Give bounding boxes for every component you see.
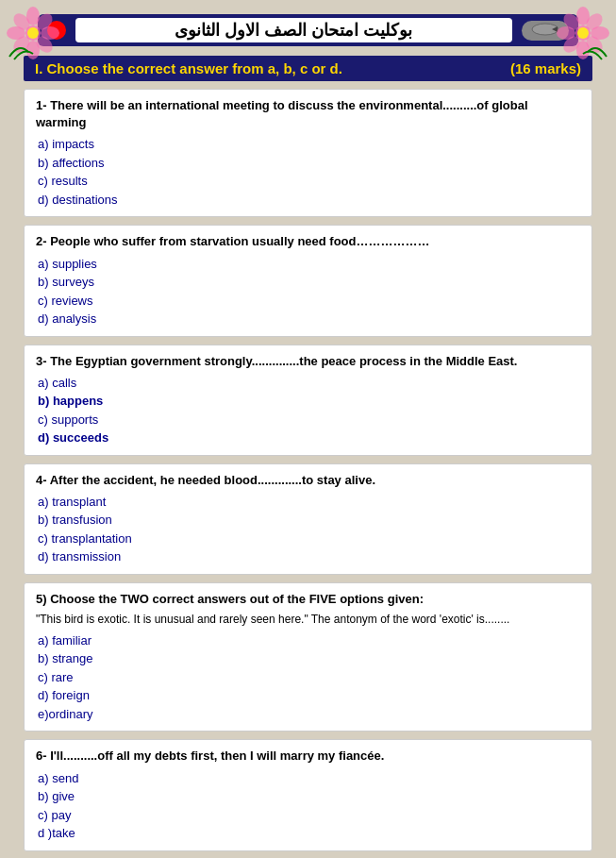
- question-1-text: 1- There will be an international meetin…: [36, 97, 580, 131]
- svg-point-19: [577, 27, 589, 39]
- question-5: 5) Choose the TWO correct answers out of…: [24, 582, 592, 732]
- question-3-option-a: a) calls: [36, 374, 580, 393]
- question-4: 4- After the accident, he needed blood..…: [24, 463, 592, 575]
- header-title: بوكليت امتحان الصف الاول الثانوى: [75, 18, 512, 42]
- question-4-option-d: d) transmission: [36, 547, 580, 566]
- header-bar: بوكليت امتحان الصف الاول الثانوى: [38, 14, 578, 46]
- question-5-subtext: "This bird is exotic. It is unusual and …: [36, 612, 580, 628]
- question-2-option-b: b) surveys: [36, 273, 580, 292]
- question-6-text: 6- I'll..........off all my debts first,…: [36, 748, 580, 765]
- section-label: I. Choose the correct answer from a, b, …: [35, 60, 342, 76]
- question-5-option-b: b) strange: [36, 649, 580, 668]
- question-3-option-b: b) happens: [36, 392, 580, 411]
- question-2-option-d: d) analysis: [36, 310, 580, 328]
- question-2: 2- People who suffer from starvation usu…: [24, 225, 592, 336]
- question-2-option-c: c) reviews: [36, 292, 580, 311]
- question-4-option-a: a) transplant: [36, 493, 580, 512]
- question-3: 3- The Egyptian government strongly.....…: [24, 345, 592, 456]
- section-marks: (16 marks): [510, 60, 581, 76]
- question-1-option-a: a) impacts: [36, 135, 580, 154]
- question-3-text: 3- The Egyptian government strongly.....…: [36, 353, 580, 370]
- question-2-text: 2- People who suffer from starvation usu…: [36, 233, 580, 250]
- question-6: 6- I'll..........off all my debts first,…: [24, 739, 592, 850]
- question-4-option-c: c) transplantation: [36, 530, 580, 548]
- question-3-option-c: c) supports: [36, 411, 580, 429]
- question-4-text: 4- After the accident, he needed blood..…: [36, 472, 580, 489]
- question-6-option-c: c) pay: [36, 806, 580, 825]
- question-5-option-c: c) rare: [36, 668, 580, 687]
- question-6-option-b: b) give: [36, 787, 580, 806]
- question-3-option-d: d) succeeds: [36, 429, 580, 447]
- question-1-option-b: b) affections: [36, 154, 580, 173]
- question-6-option-d: d )take: [36, 824, 580, 843]
- question-2-option-a: a) supplies: [36, 255, 580, 274]
- question-5-option-a: a) familiar: [36, 631, 580, 650]
- question-5-text: 5) Choose the TWO correct answers out of…: [36, 591, 580, 608]
- question-1-option-d: d) destinations: [36, 191, 580, 210]
- flower-top-left: [5, 5, 61, 61]
- question-6-option-a: a) send: [36, 769, 580, 788]
- questions-container: 1- There will be an international meetin…: [24, 89, 592, 858]
- page-background: بوكليت امتحان الصف الاول الثانوى I. Choo…: [0, 0, 616, 858]
- question-1-option-c: c) results: [36, 172, 580, 191]
- question-1: 1- There will be an international meetin…: [24, 89, 592, 217]
- section-header: I. Choose the correct answer from a, b, …: [24, 56, 592, 81]
- flower-top-right: [555, 5, 611, 61]
- question-5-option-e: e)ordinary: [36, 705, 580, 724]
- svg-point-9: [27, 27, 39, 39]
- question-5-option-d: d) foreign: [36, 686, 580, 705]
- question-4-option-b: b) transfusion: [36, 511, 580, 530]
